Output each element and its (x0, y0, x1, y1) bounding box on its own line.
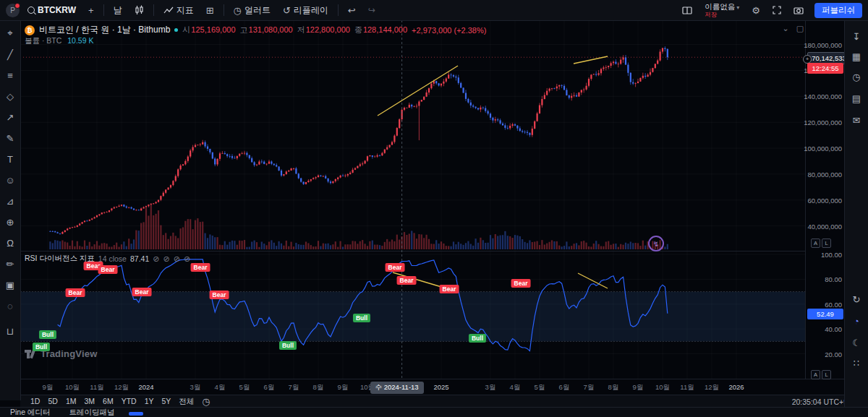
apps-grid-icon[interactable]: ∷ (849, 356, 864, 370)
indicator-templates-button[interactable]: ⊞ (202, 4, 218, 17)
ohlc-close: 종128,144,000 (354, 25, 407, 35)
range-button-3m[interactable]: 3M (84, 397, 95, 407)
range-button-전체[interactable]: 전체 (179, 397, 194, 407)
range-button-5d[interactable]: 5D (48, 397, 57, 407)
bear-divergence-tag[interactable]: Bear (397, 276, 417, 285)
time-axis-label: 9월 (330, 383, 356, 392)
collapse-pane-icon[interactable]: ⌄ (780, 22, 791, 34)
save-indicator[interactable]: 저장 (705, 12, 717, 18)
moon-icon[interactable]: ☾ (849, 335, 864, 350)
bottom-toolbar: 1D5D1M3M6MYTD1Y5Y전체 ◷ 20:35:04 UTC+9 (20, 395, 855, 408)
bear-divergence-tag[interactable]: Bear (440, 285, 459, 293)
log-scale-button[interactable]: L (822, 238, 831, 248)
refresh-icon[interactable]: ↻ (849, 292, 864, 306)
candlestick-icon (135, 5, 144, 15)
auto-scale-button[interactable]: A (811, 370, 820, 379)
bull-divergence-tag[interactable]: Bull (39, 330, 56, 339)
range-button-5y[interactable]: 5Y (162, 397, 171, 407)
chart-type-button[interactable] (130, 4, 148, 17)
bull-divergence-tag[interactable]: Bull (33, 343, 50, 351)
maximize-pane-icon[interactable]: ▢ (794, 22, 806, 34)
redo-button[interactable]: ↪ (364, 4, 380, 17)
tab-trading-panel[interactable]: 트레이딩패널 (69, 408, 114, 417)
lock-tool-icon[interactable]: ▣ (3, 278, 17, 292)
rsi-axis-label: 20.00 (825, 351, 842, 358)
floating-action-icon[interactable]: ↯ (648, 236, 664, 252)
indicators-button[interactable]: 지표 (159, 3, 198, 18)
time-axis[interactable]: 수 2024-11-13 9월10월11월12월20243월4월5월6월7월8월… (20, 379, 845, 395)
emoji-tool-icon[interactable]: ☺ (3, 173, 17, 187)
log-scale-button[interactable]: L (822, 370, 831, 379)
bear-divergence-tag[interactable]: Bear (386, 263, 405, 272)
magnet-tool-icon[interactable]: Ω (3, 236, 17, 250)
bull-divergence-tag[interactable]: Bull (279, 341, 297, 350)
calendar-icon[interactable]: ▦ (849, 49, 864, 64)
indicator-hide-icon[interactable]: ⊘ (153, 254, 159, 264)
text-tool-icon[interactable]: T (3, 152, 17, 166)
crosshair-tool-icon[interactable]: ⌖ (3, 26, 17, 40)
timer-icon[interactable]: ◔ (849, 314, 864, 328)
publish-button[interactable]: 퍼블리쉬 (814, 3, 862, 18)
layout-name-button[interactable]: 이름없음▾ 저장 (700, 1, 744, 20)
chat-icon[interactable]: ✉ (849, 113, 864, 127)
bear-divergence-tag[interactable]: Bear (66, 288, 85, 297)
panel-indicator-chip (129, 412, 143, 416)
replay-button[interactable]: ↺ 리플레이 (278, 3, 333, 18)
rsi-crosshair-value: 87.41 (130, 254, 149, 263)
range-button-6m[interactable]: 6M (103, 397, 114, 407)
auto-scale-button[interactable]: A (811, 238, 820, 248)
fib-tool-icon[interactable]: ≡ (3, 68, 17, 82)
fullscreen-button[interactable] (768, 4, 786, 16)
bull-divergence-tag[interactable]: Bull (353, 314, 370, 322)
time-axis-label: 12월 (699, 383, 725, 392)
time-axis-label: 7월 (281, 383, 307, 392)
settings-button[interactable]: ⚙ (747, 4, 765, 17)
bear-divergence-tag[interactable]: Bear (98, 265, 118, 274)
range-button-1y[interactable]: 1Y (145, 397, 154, 407)
zoom-tool-icon[interactable]: ⊕ (3, 215, 17, 229)
ruler-tool-icon[interactable]: ⊿ (3, 194, 17, 208)
data-window-icon[interactable]: ▤ (849, 91, 864, 106)
replay-icon: ↺ (283, 5, 291, 16)
indicator-more-icon[interactable]: ⊘ (184, 254, 190, 264)
alert-clock-icon[interactable]: ◷ (849, 69, 864, 84)
hide-drawings-icon[interactable]: ◌ (3, 298, 17, 313)
price-axis-label: 40,000,000 (807, 223, 842, 231)
indicator-delete-icon[interactable]: ⊘ (174, 254, 180, 264)
time-axis-label: 4월 (502, 383, 528, 392)
trend-line-tool-icon[interactable]: ╱ (3, 47, 17, 61)
alert-button[interactable]: ◷ 얼러트 (229, 3, 275, 18)
range-button-1m[interactable]: 1M (66, 397, 77, 407)
symbol-search-button[interactable]: BTCKRW (23, 4, 80, 17)
tradingview-app: P BTCKRW + 날 지표 ⊞ ◷ (0, 0, 868, 417)
range-button-ytd[interactable]: YTD (122, 397, 137, 407)
user-avatar[interactable]: P (6, 4, 20, 17)
undo-button[interactable]: ↩ (344, 4, 360, 17)
bull-divergence-tag[interactable]: Bull (469, 334, 486, 343)
brush-tool-icon[interactable]: ✎ (3, 131, 17, 145)
price-scale[interactable]: + 170,142,533 12:24:55 52.49 180,000,000… (805, 20, 846, 379)
pattern-tool-icon[interactable]: ◇ (3, 89, 17, 103)
bear-divergence-tag[interactable]: Bear (132, 288, 152, 296)
rsi-axis-label: 60.00 (825, 301, 842, 309)
volume-legend: 볼륨 · BTC 10.59 K (25, 36, 93, 46)
goto-date-icon[interactable]: ◷ (202, 396, 210, 407)
tab-pine-editor[interactable]: Pine 에디터 (10, 408, 50, 417)
symbol-title[interactable]: 비트코인 / 한국 원 · 1날 · Bithumb (39, 24, 170, 36)
forecast-tool-icon[interactable]: ↗ (3, 110, 17, 124)
interval-button[interactable]: 날 (109, 3, 127, 18)
bear-divergence-tag[interactable]: Bear (191, 263, 210, 272)
collapse-panel-icon[interactable]: ↧ (849, 29, 864, 43)
indicator-settings-icon[interactable]: ⊘ (163, 254, 169, 264)
bear-divergence-tag[interactable]: Bear (511, 279, 531, 288)
trash-icon[interactable]: ⊔ (3, 324, 17, 338)
chart-canvas[interactable] (0, 0, 868, 417)
price-axis-label: 140,000,000 (804, 93, 842, 100)
range-button-1d[interactable]: 1D (30, 397, 40, 407)
compare-add-button[interactable]: + (84, 4, 98, 17)
symbol-legend: ₿ 비트코인 / 한국 원 · 1날 · Bithumb 시125,169,00… (25, 24, 486, 36)
snapshot-button[interactable] (789, 4, 808, 16)
edit-tool-icon[interactable]: ✏ (3, 257, 17, 271)
bear-divergence-tag[interactable]: Bear (210, 291, 229, 299)
layout-select-button[interactable] (678, 5, 697, 16)
